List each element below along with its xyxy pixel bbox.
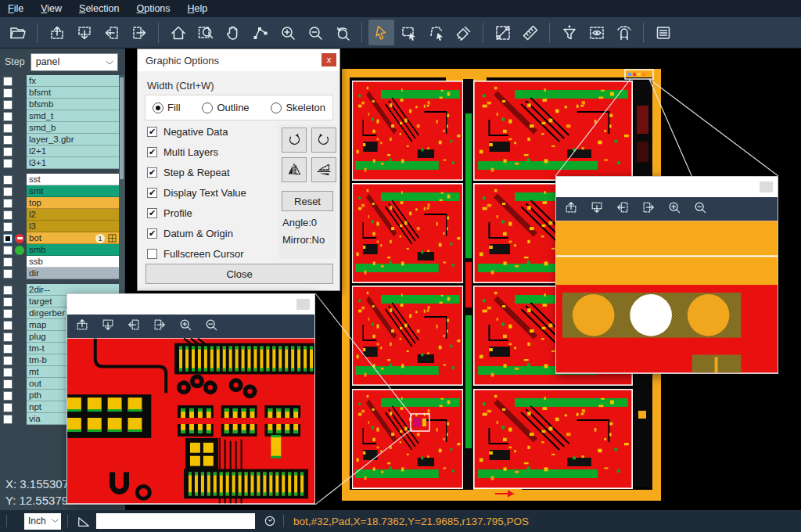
layer-label[interactable]: smt	[27, 185, 119, 197]
layer-visibility-checkbox[interactable]	[3, 187, 13, 196]
layer-visibility-checkbox[interactable]	[3, 210, 13, 220]
refresh-icon[interactable]	[263, 514, 277, 528]
layer-label[interactable]: l2	[27, 209, 119, 221]
layer-visibility-checkbox[interactable]	[3, 368, 13, 377]
highlight-view-button[interactable]	[584, 20, 609, 45]
radio-dot[interactable]	[202, 102, 213, 113]
checkbox-display-text-value[interactable]: ✔Display Text Value	[147, 187, 246, 199]
shift-left-button[interactable]	[126, 317, 142, 336]
checkbox-box[interactable]: ✔	[147, 147, 157, 157]
shift-left-button[interactable]	[615, 200, 630, 218]
measure-distance-button[interactable]	[490, 20, 515, 45]
radio-skeleton[interactable]: Skeleton	[271, 102, 325, 113]
layer-label[interactable]: layer_3.gbr	[27, 134, 119, 146]
layer-visibility-checkbox[interactable]	[3, 321, 13, 330]
layer-visibility-checkbox[interactable]	[3, 175, 13, 185]
layer-visibility-checkbox[interactable]	[3, 297, 13, 307]
properties-panel-button[interactable]	[650, 20, 676, 45]
checkbox-fullscreen-cursor[interactable]: Fullscreen Cursor	[147, 248, 244, 260]
shift-up-button[interactable]	[563, 200, 579, 218]
polygon-select-button[interactable]	[423, 20, 449, 45]
layer-visibility-checkbox[interactable]	[3, 379, 13, 389]
menu-item-selection[interactable]: Selection	[79, 3, 119, 14]
command-input[interactable]	[96, 513, 255, 529]
checkbox-profile[interactable]: ✔Profile	[147, 207, 192, 219]
layer-label[interactable]: dir	[27, 268, 119, 279]
checkbox-box[interactable]: ✔	[147, 208, 157, 218]
layer-label[interactable]: bfsmt	[27, 87, 119, 99]
zoom-in-button[interactable]	[178, 317, 193, 336]
layer-row-ssb[interactable]: ssb	[0, 256, 119, 268]
layer-label[interactable]: l3+1	[27, 157, 119, 169]
layer-label[interactable]: smb	[27, 244, 119, 256]
zoom-out-button[interactable]	[302, 20, 328, 45]
zoom-window-menu-button[interactable]	[760, 182, 773, 192]
shift-up-button[interactable]	[74, 317, 90, 336]
dialog-title-bar[interactable]: Graphic Options x	[138, 49, 339, 71]
layer-visibility-checkbox[interactable]	[3, 415, 13, 424]
zoom-window-title-bar[interactable]	[556, 177, 778, 197]
layer-row-bfsmb[interactable]: bfsmb	[0, 99, 119, 110]
layer-visibility-checkbox[interactable]	[3, 309, 13, 318]
checkbox-step-repeat[interactable]: ✔Step & Repeat	[147, 167, 230, 178]
checkbox-multi-layers[interactable]: ✔Multi Layers	[147, 146, 218, 158]
zoom-in-button[interactable]	[275, 20, 300, 45]
checkbox-box[interactable]	[147, 249, 157, 259]
pan-right-button[interactable]	[126, 20, 152, 45]
layer-label[interactable]: fx	[27, 75, 119, 87]
pan-left-button[interactable]	[99, 20, 124, 45]
layer-row-layer-3-gbr[interactable]: layer_3.gbr	[0, 134, 119, 146]
layer-visibility-checkbox[interactable]	[3, 147, 13, 156]
checkbox-negative-data[interactable]: ✔Negative Data	[147, 126, 228, 138]
layer-row-l2[interactable]: l2	[0, 209, 119, 221]
zoom-window-detail[interactable]	[66, 293, 315, 505]
dialog-close-button[interactable]: x	[321, 53, 336, 66]
layer-visibility-checkbox[interactable]	[3, 403, 13, 412]
zoom-window-menu-button[interactable]	[296, 299, 310, 310]
checkbox-box[interactable]: ✔	[147, 228, 157, 239]
layer-label[interactable]: l2+1	[27, 146, 119, 157]
radio-outline[interactable]: Outline	[202, 102, 249, 113]
open-button[interactable]	[5, 20, 31, 45]
layer-visibility-checkbox[interactable]	[3, 199, 13, 208]
zoom-window-pad[interactable]	[555, 176, 778, 374]
layer-label[interactable]: bot1	[27, 232, 119, 244]
filter-button[interactable]	[556, 20, 582, 45]
menu-item-view[interactable]: View	[41, 3, 62, 14]
layer-visibility-checkbox[interactable]	[3, 269, 13, 279]
layer-visibility-checkbox[interactable]	[3, 135, 13, 145]
rotate-ccw-button[interactable]	[311, 128, 336, 153]
layer-label[interactable]: l3	[27, 221, 119, 232]
zoom-out-button[interactable]	[692, 200, 708, 218]
layer-label[interactable]: bfsmb	[27, 99, 119, 110]
layer-visibility-checkbox[interactable]	[3, 222, 13, 232]
menu-item-options[interactable]: Options	[136, 3, 170, 14]
flip-slope-button[interactable]	[311, 157, 336, 182]
layer-row-smd-t[interactable]: smd_t	[0, 110, 119, 122]
radio-fill[interactable]: Fill	[153, 102, 181, 113]
flip-horizontal-button[interactable]	[282, 157, 307, 182]
layer-row-bfsmt[interactable]: bfsmt	[0, 87, 119, 99]
shift-down-button[interactable]	[589, 200, 605, 218]
checkbox-box[interactable]: ✔	[147, 127, 157, 137]
layer-visibility-checkbox[interactable]	[3, 286, 13, 295]
layer-visibility-checkbox[interactable]	[3, 112, 13, 121]
rotate-cw-button[interactable]	[282, 128, 307, 153]
zoom-previous-button[interactable]	[329, 20, 355, 45]
pan-tool-button[interactable]	[220, 20, 246, 45]
clear-highlight-button[interactable]	[451, 20, 476, 45]
radio-dot[interactable]	[271, 102, 282, 113]
layer-visibility-checkbox[interactable]	[3, 356, 13, 365]
layer-visibility-checkbox[interactable]	[3, 100, 13, 110]
layer-row-top[interactable]: top	[0, 197, 119, 209]
layer-row-dir[interactable]: dir	[0, 268, 119, 279]
layer-visibility-checkbox[interactable]	[3, 332, 13, 342]
layer-label[interactable]: smd_t	[27, 110, 119, 122]
layer-row-sst[interactable]: sst	[0, 174, 119, 185]
checkbox-datum-origin[interactable]: ✔Datum & Origin	[147, 228, 233, 239]
radio-dot[interactable]	[153, 102, 163, 113]
layer-row-smt[interactable]: smt	[0, 185, 119, 197]
layer-visibility-checkbox[interactable]	[3, 246, 13, 255]
menu-item-help[interactable]: Help	[188, 3, 208, 14]
layer-row-l3-1[interactable]: l3+1	[0, 157, 119, 169]
